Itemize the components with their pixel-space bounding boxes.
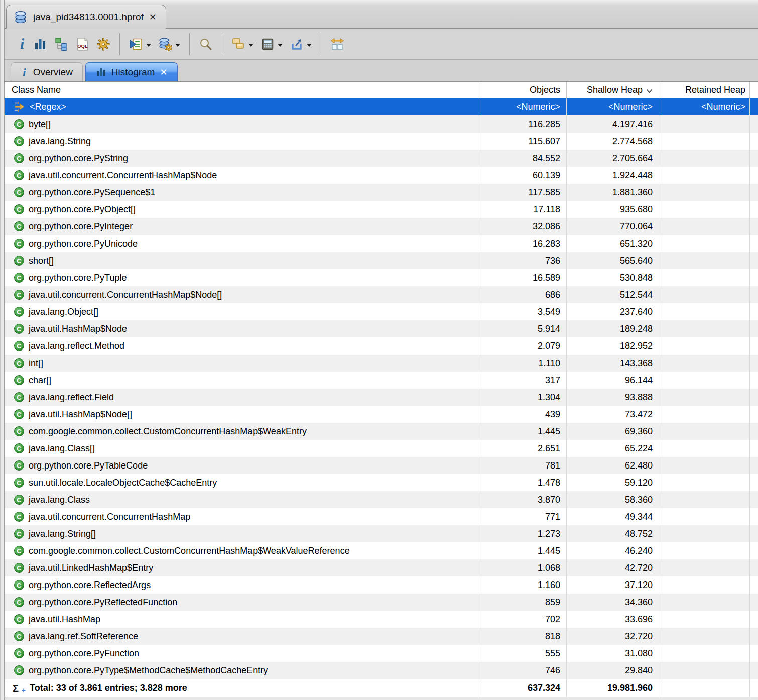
heap-actions-button[interactable] — [155, 33, 184, 56]
table-row[interactable]: Corg.python.core.PySequence$1117.5851.88… — [5, 184, 758, 201]
column-header-objects[interactable]: Objects — [478, 82, 566, 98]
objects-cell: 439 — [478, 406, 566, 423]
dropdown-arrow-icon[interactable] — [278, 44, 283, 47]
table-row[interactable]: Cjava.lang.Object[]3.549237.640 — [5, 303, 758, 320]
table-row[interactable]: Cjava.util.HashMap$Node5.914189.248 — [5, 320, 758, 337]
table-row[interactable]: Corg.python.core.PyUnicode16.283651.320 — [5, 235, 758, 252]
compare-button[interactable] — [327, 33, 348, 56]
table-row[interactable]: Csun.util.locale.LocaleObjectCache$Cache… — [5, 474, 758, 491]
open-report-button[interactable] — [286, 33, 315, 56]
editor-tab-close-icon[interactable]: ✕ — [149, 13, 157, 22]
histogram-button[interactable] — [30, 33, 51, 56]
objects-cell: 781 — [478, 457, 566, 474]
class-name-label: java.lang.String — [29, 136, 91, 147]
table-row[interactable]: Corg.python.core.PyString84.5522.705.664 — [5, 150, 758, 167]
retained-heap-cell — [659, 542, 749, 559]
class-name-label: org.python.core.PyUnicode — [29, 239, 138, 249]
table-row[interactable]: Corg.python.core.PyTableCode78162.480 — [5, 457, 758, 474]
table-row[interactable]: Cjava.util.HashMap70233.696 — [5, 611, 758, 628]
run-report-button[interactable] — [125, 33, 155, 56]
numeric-filter-cell[interactable]: <Numeric> — [659, 98, 749, 115]
row-filler — [749, 628, 758, 645]
info-button[interactable]: i — [15, 33, 30, 56]
objects-cell: 2.079 — [478, 337, 566, 355]
class-icon: C — [14, 546, 24, 556]
objects-cell: 1.445 — [478, 423, 566, 440]
numeric-filter-cell[interactable]: <Numeric> — [566, 98, 659, 115]
table-row[interactable]: Corg.python.core.PyReflectedFunction8593… — [5, 594, 758, 611]
dropdown-arrow-icon[interactable] — [248, 44, 254, 47]
filter-row[interactable]: <Regex> <Numeric> <Numeric> <Numeric> — [5, 98, 758, 115]
tab-overview[interactable]: i Overview — [11, 62, 83, 81]
editor-tab-title: java_pid34813.0001.hprof — [33, 12, 144, 23]
table-row[interactable]: Corg.python.core.PyFunction55531.080 — [5, 645, 758, 662]
table-row[interactable]: Cjava.lang.Class3.87058.360 — [5, 491, 758, 508]
class-name-cell: Cjava.util.HashMap$Node — [5, 320, 478, 337]
table-row[interactable]: Corg.python.core.PyTuple16.589530.848 — [5, 269, 758, 286]
table-row[interactable]: Cjava.lang.reflect.Method2.079182.952 — [5, 337, 758, 355]
table-row[interactable]: Cbyte[]116.2854.197.416 — [5, 115, 758, 133]
regex-filter-cell[interactable]: <Regex> — [5, 98, 478, 115]
retained-heap-cell — [659, 645, 749, 662]
toolbar-separator — [119, 33, 120, 55]
dominator-tree-button[interactable] — [51, 33, 72, 56]
objects-cell: 3.870 — [478, 491, 566, 508]
shallow-heap-cell: 2.774.568 — [566, 133, 659, 150]
heap-gear-icon — [158, 37, 172, 51]
class-icon: C — [14, 665, 24, 675]
shallow-heap-cell: 4.197.416 — [566, 115, 659, 133]
search-button[interactable] — [195, 33, 216, 56]
tab-histogram[interactable]: Histogram ✕ — [85, 62, 178, 81]
retained-heap-cell — [659, 303, 749, 320]
customize-button[interactable] — [93, 33, 114, 56]
column-header-class-name[interactable]: Class Name — [5, 82, 478, 98]
window-bottom-edge — [5, 697, 758, 700]
shallow-heap-cell: 34.360 — [566, 594, 659, 611]
tab-histogram-label: Histogram — [111, 67, 155, 78]
table-row[interactable]: Cjava.lang.reflect.Field1.30493.888 — [5, 389, 758, 406]
class-icon: C — [14, 478, 24, 488]
calculator-icon — [261, 37, 275, 51]
table-row[interactable]: Cjava.lang.String115.6072.774.568 — [5, 133, 758, 150]
editor-tab-heap-dump[interactable]: java_pid34813.0001.hprof ✕ — [6, 5, 166, 29]
table-row[interactable]: Cjava.lang.ref.SoftReference81832.720 — [5, 628, 758, 645]
table-row[interactable]: Cjava.util.concurrent.ConcurrentHashMap7… — [5, 508, 758, 525]
retained-heap-cell — [659, 372, 749, 389]
toolbar-separator — [321, 33, 321, 55]
table-row[interactable]: Ccom.google.common.collect.CustomConcurr… — [5, 542, 758, 559]
table-row[interactable]: Cjava.lang.Class[]2.65165.224 — [5, 440, 758, 457]
tab-histogram-close-icon[interactable]: ✕ — [160, 68, 167, 77]
table-row[interactable]: Corg.python.core.PyType$MethodCache$Meth… — [5, 662, 758, 679]
class-icon: C — [14, 187, 24, 197]
table-row[interactable]: Cshort[]736565.640 — [5, 252, 758, 269]
class-name-cell: Corg.python.core.PyTableCode — [5, 457, 478, 474]
dropdown-arrow-icon[interactable] — [307, 44, 312, 47]
table-row[interactable]: Cjava.util.concurrent.ConcurrentHashMap$… — [5, 167, 758, 184]
retained-heap-cell — [659, 235, 749, 252]
regex-filter-value[interactable]: <Regex> — [30, 102, 66, 112]
table-row[interactable]: Cjava.util.concurrent.ConcurrentHashMap$… — [5, 286, 758, 303]
class-name-cell: Cjava.lang.reflect.Field — [5, 389, 478, 406]
dropdown-arrow-icon[interactable] — [175, 44, 180, 47]
column-header-shallow-heap[interactable]: Shallow Heap — [566, 82, 659, 98]
shallow-heap-cell: 651.320 — [566, 235, 659, 252]
oql-button[interactable]: OQL — [72, 33, 93, 56]
class-name-cell: Ccom.google.common.collect.CustomConcurr… — [5, 542, 478, 559]
table-row[interactable]: Cint[]1.110143.368 — [5, 355, 758, 372]
table-row[interactable]: Cjava.util.LinkedHashMap$Entry1.06842.72… — [5, 559, 758, 576]
dropdown-arrow-icon[interactable] — [146, 44, 151, 47]
table-row[interactable]: Cchar[]31796.144 — [5, 372, 758, 389]
table-row[interactable]: Corg.python.core.PyInteger32.086770.064 — [5, 218, 758, 235]
numeric-filter-cell[interactable]: <Numeric> — [478, 98, 566, 115]
table-row[interactable]: Corg.python.core.PyObject[]17.118935.680 — [5, 201, 758, 218]
calculator-button[interactable] — [257, 33, 286, 56]
class-icon: C — [14, 648, 24, 658]
table-row[interactable]: Cjava.lang.String[]1.27348.752 — [5, 525, 758, 542]
table-row[interactable]: Corg.python.core.ReflectedArgs1.16037.12… — [5, 576, 758, 594]
table-row[interactable]: Ccom.google.common.collect.CustomConcurr… — [5, 423, 758, 440]
column-header-retained-heap[interactable]: Retained Heap — [659, 82, 749, 98]
row-filler — [749, 337, 758, 355]
class-icon: C — [14, 580, 24, 590]
table-row[interactable]: Cjava.util.HashMap$Node[]43973.472 — [5, 406, 758, 423]
group-by-button[interactable] — [228, 33, 257, 56]
